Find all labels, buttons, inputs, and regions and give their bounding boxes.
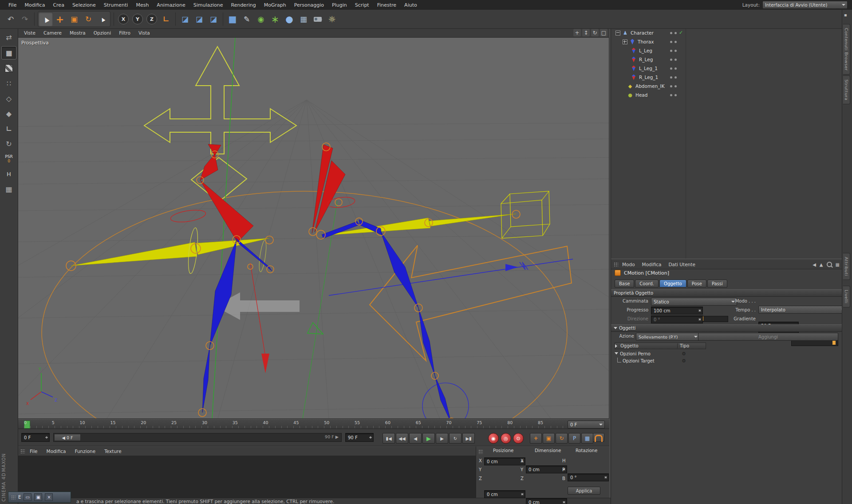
next-frame-button[interactable]: ▶	[436, 433, 448, 444]
vp-menu-opzioni[interactable]: Opzioni	[90, 30, 114, 35]
object-label[interactable]: L_Leg	[639, 48, 652, 53]
render-settings-icon[interactable]: ◪	[206, 12, 221, 26]
vp-menu-vista[interactable]: Vista	[135, 30, 154, 35]
gradiente-slider[interactable]	[791, 340, 838, 346]
camera-icon[interactable]	[311, 12, 325, 26]
panel-handle-icon[interactable]	[20, 449, 25, 453]
snap-magnet-toggle[interactable]	[593, 433, 604, 442]
rotate-tool-icon[interactable]: ↻	[81, 12, 95, 26]
render-dot[interactable]	[674, 32, 677, 34]
apply-button[interactable]: Applica	[568, 487, 600, 495]
mat-menu-funzione[interactable]: Funzione	[71, 449, 99, 454]
section-proprieta-oggetto[interactable]: Proprietà Oggetto	[611, 289, 842, 297]
menu-strumenti[interactable]: Strumenti	[100, 2, 132, 8]
object-label[interactable]: Thorax	[638, 39, 654, 44]
menu-aiuto[interactable]: Aiuto	[400, 2, 421, 8]
close-window-icon[interactable]: ×	[45, 493, 53, 501]
key-scale-toggle[interactable]: ▣	[543, 433, 555, 444]
visibility-dot[interactable]	[670, 50, 672, 52]
model-mode-icon[interactable]: ■	[1, 46, 16, 59]
vp-menu-camere[interactable]: Camere	[40, 30, 65, 35]
loop-button[interactable]: ↻	[449, 433, 462, 444]
zoom-view-icon[interactable]: ↕	[582, 29, 590, 36]
object-axis-mode-icon[interactable]: ∟	[2, 122, 16, 135]
am-menu-dati-utente[interactable]: Dati Utente	[665, 262, 698, 267]
camminata-dropdown[interactable]: Statico	[651, 298, 737, 306]
panel-menu-icon[interactable]: ▦	[836, 262, 840, 267]
key-parameter-toggle[interactable]: P	[568, 433, 580, 444]
gear-icon[interactable]: ⚙	[682, 358, 706, 364]
goto-start-button[interactable]: ▮◀	[383, 433, 395, 444]
psr-indicator[interactable]: PSR 0	[2, 153, 16, 165]
move-tool-icon[interactable]: +	[53, 12, 67, 26]
collapse-icon[interactable]	[615, 31, 620, 35]
scene-3d[interactable]: Y X Z	[18, 38, 609, 418]
rotate-view-icon[interactable]: ↻	[591, 29, 599, 36]
enable-toggle[interactable]: ✓	[679, 30, 683, 35]
dock-tab-struttura[interactable]: Struttura	[843, 75, 850, 104]
make-editable-icon[interactable]: ⇄	[2, 31, 16, 43]
dock-tab-livelli[interactable]: Livelli	[843, 286, 850, 307]
menu-plugin[interactable]: Plugin	[328, 2, 351, 8]
axis-rotation-icon[interactable]: ↻	[2, 138, 16, 150]
tree-row-l-leg-1[interactable]: L_Leg_1	[611, 64, 842, 73]
visibility-dot[interactable]	[670, 41, 672, 43]
tab-passi[interactable]: Passi	[707, 280, 727, 287]
lock-x-axis-icon[interactable]: X	[116, 12, 130, 26]
last-tool-icon[interactable]: ▲	[95, 12, 110, 26]
redo-icon[interactable]: ↷	[18, 12, 32, 26]
timeline-frame-box[interactable]: 0 F	[568, 421, 605, 429]
visibility-dot[interactable]	[670, 32, 672, 34]
tab-oggetto[interactable]: Oggetto	[659, 280, 686, 287]
menu-rendering[interactable]: Rendering	[227, 2, 260, 8]
primitive-cube-icon[interactable]: ■	[225, 12, 240, 26]
array-generator-icon[interactable]: ∗	[268, 12, 282, 26]
tree-row-r-leg-1[interactable]: R_Leg_1	[611, 73, 842, 82]
position-y-field[interactable]: 0 cm	[484, 490, 525, 498]
key-rotation-toggle[interactable]: ↻	[556, 433, 568, 444]
coordinate-system-icon[interactable]: ∟	[159, 12, 173, 26]
tree-row-abdomen-ik[interactable]: ◆ Abdomen_IK	[611, 82, 842, 91]
layout-dropdown[interactable]: Interfaccia di Avvio (Utente)	[762, 1, 848, 9]
minimized-palette[interactable]: E ▭ ▣ ×	[8, 492, 71, 503]
play-button[interactable]: ▶	[422, 433, 435, 444]
direzione-field[interactable]: 0 °	[651, 315, 703, 323]
expand-icon[interactable]	[623, 39, 627, 44]
visibility-dot[interactable]	[670, 67, 672, 70]
previous-frame-button[interactable]: ◀	[409, 433, 422, 444]
size-x-field[interactable]: 0 cm	[526, 465, 567, 473]
camera-label[interactable]: Prospettiva	[21, 40, 49, 46]
object-label[interactable]: Character	[631, 30, 654, 35]
section-oggetti[interactable]: Oggetti	[611, 324, 842, 332]
render-dot[interactable]	[674, 76, 677, 79]
point-mode-icon[interactable]: ∷	[2, 77, 16, 90]
panel-handle-icon[interactable]	[11, 495, 16, 500]
render-dot[interactable]	[674, 50, 677, 52]
pin-icon[interactable]: ▪	[844, 12, 847, 17]
keyframe-selection-button[interactable]: ⊙	[513, 433, 524, 444]
menu-script[interactable]: Script	[351, 2, 373, 8]
vp-menu-mostra[interactable]: Mostra	[66, 30, 89, 35]
live-selection-icon[interactable]: ▲	[39, 12, 53, 26]
menu-crea[interactable]: Crea	[49, 2, 68, 8]
menu-selezione[interactable]: Selezione	[68, 2, 100, 8]
size-y-field[interactable]: 0 cm	[526, 498, 567, 504]
collapse-arrow-icon[interactable]	[615, 352, 618, 356]
hn-weight-icon[interactable]: H	[2, 168, 16, 180]
object-label[interactable]: R_Leg	[639, 57, 653, 62]
subdivision-surface-icon[interactable]: ◉	[254, 12, 268, 26]
light-icon[interactable]: ☼	[325, 12, 339, 26]
object-label[interactable]: Abdomen_IK	[635, 83, 665, 89]
tab-pose[interactable]: Pose	[687, 280, 706, 287]
azione-dropdown[interactable]: Sollevamento (P.Y)	[636, 333, 700, 341]
vp-menu-viste[interactable]: Viste	[20, 30, 39, 35]
render-dot[interactable]	[674, 41, 677, 43]
end-frame-field[interactable]: 90 F	[345, 433, 374, 442]
floor-plane-icon[interactable]: ▦	[296, 12, 311, 26]
menu-animazione[interactable]: Animazione	[153, 2, 189, 8]
menu-modifica[interactable]: Modifica	[20, 2, 49, 8]
expand-arrow-icon[interactable]	[615, 344, 619, 348]
render-to-picture-viewer-icon[interactable]: ◪	[192, 12, 206, 26]
menu-finestre[interactable]: Finestre	[373, 2, 400, 8]
am-menu-modo[interactable]: Modo	[619, 262, 638, 267]
